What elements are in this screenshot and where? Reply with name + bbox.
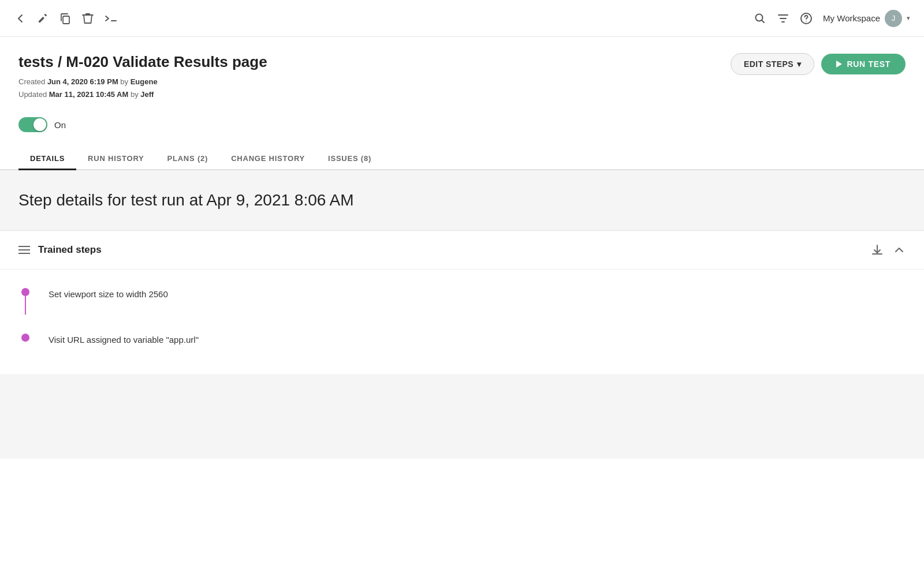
tab-change-history[interactable]: CHANGE HISTORY xyxy=(219,148,316,170)
created-date: Jun 4, 2020 6:19 PM xyxy=(47,77,118,86)
content-area: Step details for test run at Apr 9, 2021… xyxy=(0,170,924,459)
toggle-label: On xyxy=(54,120,66,130)
toggle-area: On xyxy=(0,101,924,132)
step-text-1: Set viewport size to width 2560 xyxy=(49,288,168,301)
topnav: My Workspace J ▾ xyxy=(0,0,924,37)
svg-point-3 xyxy=(806,21,807,22)
workspace-selector[interactable]: My Workspace J ▾ xyxy=(823,10,910,27)
workspace-label: My Workspace xyxy=(823,13,880,23)
hamburger-line-3 xyxy=(18,253,30,254)
created-label: Created xyxy=(18,77,45,86)
play-icon xyxy=(836,61,842,68)
download-icon[interactable] xyxy=(871,244,884,256)
topnav-left xyxy=(14,12,119,25)
hamburger-line-1 xyxy=(18,246,30,247)
step-item: Visit URL assigned to variable "app.url" xyxy=(18,324,906,356)
tab-run-history[interactable]: RUN HISTORY xyxy=(76,148,155,170)
help-icon[interactable] xyxy=(800,12,813,25)
tab-plans[interactable]: PLANS (2) xyxy=(156,148,220,170)
step-text-2: Visit URL assigned to variable "app.url" xyxy=(49,334,199,347)
run-test-button[interactable]: RUN TEST xyxy=(821,54,906,74)
step-item: Set viewport size to width 2560 xyxy=(18,279,906,311)
trained-steps-card: Trained steps xyxy=(0,230,924,374)
copy-icon[interactable] xyxy=(59,12,72,25)
steps-list: Set viewport size to width 2560 Visit UR… xyxy=(0,270,924,374)
card-header-left: Trained steps xyxy=(18,244,102,256)
filter-icon[interactable] xyxy=(777,12,789,25)
step-dot-1 xyxy=(21,288,29,296)
search-icon[interactable] xyxy=(754,12,766,25)
back-icon[interactable] xyxy=(14,12,27,25)
updated-by-label: by xyxy=(131,90,139,99)
step-dot-2 xyxy=(21,334,29,342)
svg-rect-0 xyxy=(63,16,69,24)
collapse-icon[interactable] xyxy=(893,244,906,256)
tab-details[interactable]: DETAILS xyxy=(18,148,76,170)
delete-icon[interactable] xyxy=(82,12,94,25)
hamburger-icon[interactable] xyxy=(18,246,30,254)
avatar: J xyxy=(885,10,902,27)
step-connector-1 xyxy=(25,296,26,315)
step-line-area-1 xyxy=(18,288,32,296)
page-meta: Created Jun 4, 2020 6:19 PM by Eugene Up… xyxy=(18,76,906,101)
tabs-bar: DETAILS RUN HISTORY PLANS (2) CHANGE HIS… xyxy=(0,137,924,170)
updated-label: Updated xyxy=(18,90,47,99)
edit-steps-chevron-icon: ▾ xyxy=(797,59,801,69)
card-header: Trained steps xyxy=(0,231,924,270)
created-by: Eugene xyxy=(131,77,158,86)
topnav-right: My Workspace J ▾ xyxy=(754,10,910,27)
hamburger-line-2 xyxy=(18,249,30,250)
step-line-area-2 xyxy=(18,334,32,342)
header-actions: EDIT STEPS ▾ RUN TEST xyxy=(731,53,906,75)
page-header: tests / M-020 Validate Results page Crea… xyxy=(0,37,924,101)
edit-steps-button[interactable]: EDIT STEPS ▾ xyxy=(731,53,814,75)
toggle-knob xyxy=(33,118,46,131)
card-header-right xyxy=(871,244,906,256)
updated-date: Mar 11, 2021 10:45 AM xyxy=(49,90,129,99)
created-by-label: by xyxy=(120,77,128,86)
edit-steps-label: EDIT STEPS xyxy=(744,59,793,69)
updated-by: Jeff xyxy=(140,90,154,99)
run-test-label: RUN TEST xyxy=(847,59,891,69)
edit-icon[interactable] xyxy=(37,13,49,24)
trained-steps-title: Trained steps xyxy=(38,244,102,256)
terminal-icon[interactable] xyxy=(104,13,119,24)
tab-issues[interactable]: ISSUES (8) xyxy=(316,148,383,170)
step-run-header: Step details for test run at Apr 9, 2021… xyxy=(0,170,924,230)
enabled-toggle[interactable] xyxy=(18,117,47,132)
chevron-down-icon: ▾ xyxy=(907,14,910,22)
